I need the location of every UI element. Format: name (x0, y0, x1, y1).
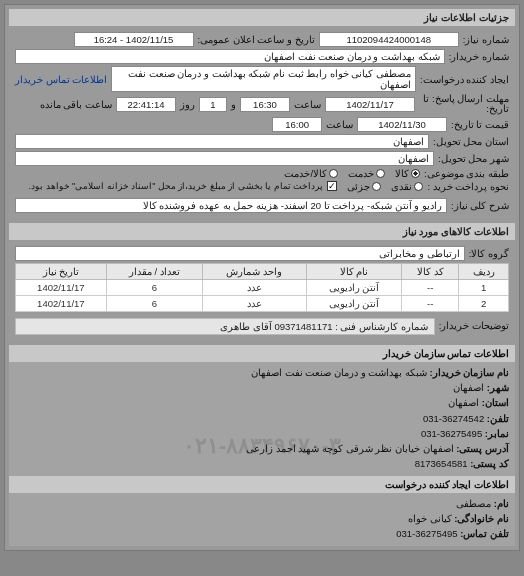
contact-title-2: اطلاعات ایجاد کننده درخواست (9, 476, 515, 493)
tel-label: تلفن: (487, 413, 509, 424)
radio-dot-icon (329, 169, 338, 178)
radio-dot-icon (414, 182, 423, 191)
post-label: کد پستی: (470, 458, 509, 469)
day-label: روز (180, 99, 195, 110)
ctel-val: 36275495-031 (396, 528, 457, 539)
col-row: ردیف (459, 263, 509, 279)
valid-time-field: 16:00 (272, 117, 322, 132)
contact-title: اطلاعات تماس سازمان خریدار (9, 345, 515, 362)
valid-label: قیمت تا تاریخ: (451, 119, 509, 130)
group-label: گروه کالا: (469, 248, 509, 259)
buyer-name-field: شبکه بهداشت و درمان صنعت نفت اصفهان (15, 49, 445, 64)
post-val: 8173654581 (415, 458, 468, 469)
table-row: 1 -- آنتن رادیویی عدد 6 1402/11/17 (16, 279, 509, 295)
deadline-label: مهلت ارسال پاسخ: تا تاریخ: (419, 94, 509, 115)
and-label: و (231, 99, 236, 110)
deliv-city-label: شهر محل تحویل: (438, 153, 509, 164)
time-label-1: ساعت (294, 99, 321, 110)
remain-time-field: 22:41:14 (116, 97, 176, 112)
col-code: کد کالا (402, 263, 459, 279)
payment-label: نحوه پرداخت خرید : (427, 181, 509, 192)
addr-val: اصفهان خیابان نظر شرقی کوچه شهید احمد زا… (246, 443, 453, 454)
fname-val: مصطفی (456, 498, 491, 509)
items-table: ردیف کد کالا نام کالا واحد شمارش تعداد /… (15, 263, 509, 312)
radio-service[interactable]: کالا/خدمت (284, 168, 338, 179)
creator-field: مصطفی کیانی خواه رابط ثبت نام شبکه بهداش… (111, 66, 416, 92)
prov-val: اصفهان (453, 382, 484, 393)
buyer-contact-link[interactable]: اطلاعات تماس خریدار (15, 74, 107, 85)
subject-field: رادیو و آنتن شبکه- پرداخت تا 20 اسفند- ه… (15, 198, 447, 213)
radio-partial[interactable]: جزئی (347, 181, 381, 192)
radio-service-only[interactable]: خدمت (348, 168, 385, 179)
valid-date-field: 1402/11/30 (357, 117, 447, 132)
col-unit: واحد شمارش (202, 263, 306, 279)
deadline-date-field: 1402/11/17 (325, 97, 415, 112)
creator-label: ایجاد کننده درخواست: (420, 74, 509, 85)
table-row: 2 -- آنتن رادیویی عدد 6 1402/11/17 (16, 295, 509, 311)
checkbox-treasury[interactable] (327, 181, 337, 191)
radio-dot-icon (376, 169, 385, 178)
ctel-label: تلفن تماس: (460, 528, 509, 539)
remain-suffix: ساعت باقی مانده (40, 99, 112, 110)
tel-val: 36274542-031 (423, 413, 484, 424)
radio-cash[interactable]: نقدی (391, 181, 423, 192)
radio-dot-icon (372, 182, 381, 191)
pub-date-field: 1402/11/15 - 16:24 (74, 32, 194, 47)
province-label: استان: (482, 397, 509, 408)
buyer-note-label: توضیحات خریدار: (439, 320, 509, 331)
radio-dot-icon (411, 169, 420, 178)
req-no-label: شماره نیاز: (463, 34, 509, 45)
radio-goods[interactable]: کالا (395, 168, 420, 179)
buyer-name-label: شماره خریدار: (449, 51, 509, 62)
deliv-prov-field: اصفهان (15, 134, 429, 149)
province-val: اصفهان (448, 397, 479, 408)
buyer-note: شماره کارشناس فنی : 09371481171 آقای طاه… (15, 318, 435, 335)
deliv-prov-label: استان محل تحویل: (433, 136, 509, 147)
pay-note: پرداخت تمام یا بخشی از مبلغ خرید،از محل … (29, 181, 324, 191)
lname-val: کیانی خواه (408, 513, 452, 524)
fname-label: نام: (494, 498, 509, 509)
org-val: شبکه بهداشت و درمان صنعت نفت اصفهان (251, 367, 427, 378)
addr-label: آدرس پستی: (456, 443, 509, 454)
col-name: نام کالا (306, 263, 402, 279)
lname-label: نام خانوادگی: (454, 513, 509, 524)
pub-date-label: تاریخ و ساعت اعلان عمومی: (198, 34, 315, 45)
deadline-time-field: 16:30 (240, 97, 290, 112)
col-date: تاریخ نیاز (16, 263, 107, 279)
header-title: جزئیات اطلاعات نیاز (9, 9, 515, 26)
col-qty: تعداد / مقدار (106, 263, 202, 279)
group-field: ارتباطی و مخابراتی (15, 246, 465, 261)
req-no-field: 1102094424000148 (319, 32, 459, 47)
org-label: نام سازمان خریدار: (430, 367, 509, 378)
deliv-city-field: اصفهان (15, 151, 434, 166)
remain-days-field: 1 (199, 97, 227, 112)
prov-label: شهر: (487, 382, 509, 393)
subject-label: شرح کلی نیاز: (451, 200, 509, 211)
fax-label: نمابر: (485, 428, 509, 439)
time-label-2: ساعت (326, 119, 353, 130)
items-title: اطلاعات کالاهای مورد نیاز (9, 223, 515, 240)
pack-label: طبقه بندی موضوعی: (424, 168, 509, 179)
fax-val: 36275495-031 (421, 428, 482, 439)
